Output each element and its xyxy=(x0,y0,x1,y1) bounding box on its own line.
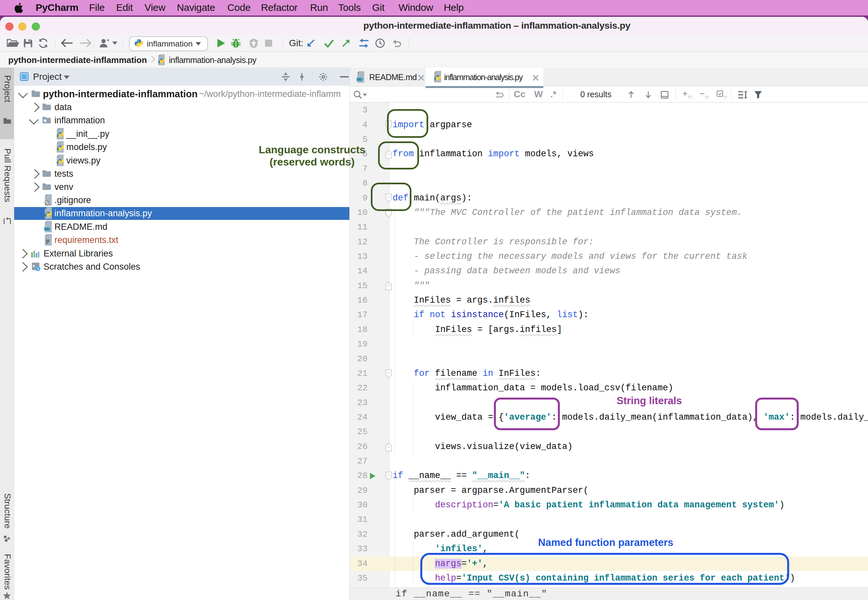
svg-text:MD: MD xyxy=(44,227,50,231)
svg-text:MD: MD xyxy=(357,77,363,82)
